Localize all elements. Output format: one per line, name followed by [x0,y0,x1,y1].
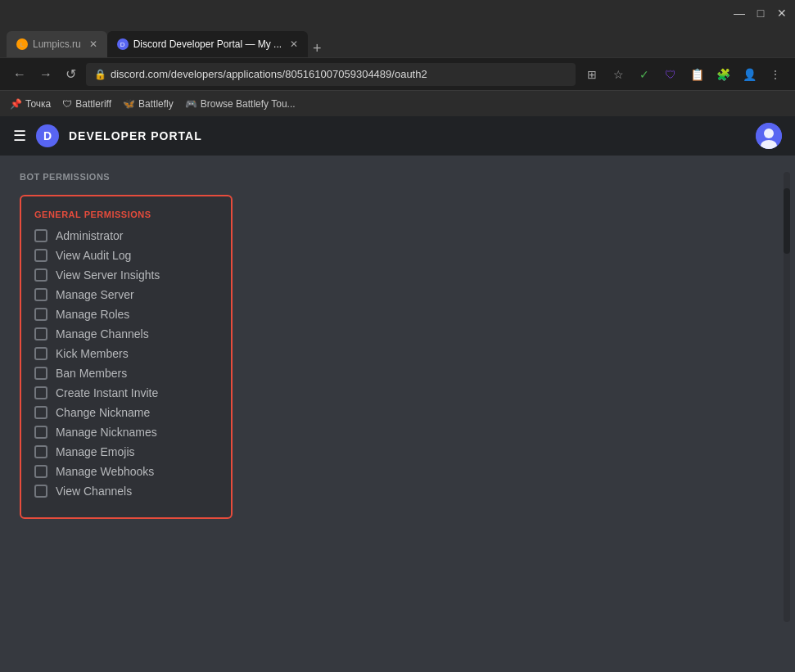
permission-label-3: Manage Server [56,288,134,301]
bookmark-battleriff[interactable]: 🛡 Battleriff [62,98,111,110]
bookmark-tochka-label: Точка [25,98,51,110]
lumpics-favicon: L [16,38,28,50]
scrollbar-thumb [784,188,790,254]
bookmark-battlefly-icon: 🦋 [123,98,135,110]
permission-label-9: Change Nickname [56,406,150,419]
bookmark-battlefly-label: Battlefly [138,98,174,110]
profile-icon[interactable]: 👤 [739,65,759,84]
bookmarks-bar: 📌 Точка 🛡 Battleriff 🦋 Battlefly 🎮 Brows… [0,90,795,116]
discord-portal-title: DEVELOPER PORTAL [69,129,202,142]
permission-label-5: Manage Channels [56,327,149,341]
bookmark-battleriff-label: Battleriff [75,98,111,110]
permissions-list: AdministratorView Audit LogView Server I… [34,229,218,498]
title-bar: — □ ✕ [0,0,795,26]
translate-icon[interactable]: ⊞ [582,65,602,84]
permission-label-12: Manage Webhooks [56,465,154,478]
back-button[interactable]: ← [10,64,29,85]
discord-favicon: D [117,38,129,50]
permission-checkbox-2[interactable] [34,268,47,282]
permission-item: Manage Webhooks [34,465,218,478]
permission-item: Manage Channels [34,327,218,341]
permission-label-0: Administrator [56,229,123,242]
permission-checkbox-12[interactable] [34,465,47,478]
permission-checkbox-1[interactable] [34,249,47,262]
permission-item: View Channels [34,485,218,498]
discord-logo: D [36,124,59,147]
permission-label-6: Kick Members [56,347,129,360]
add-tab-button[interactable]: + [313,40,322,57]
user-avatar[interactable] [756,123,782,149]
more-icon[interactable]: ⋮ [766,65,785,84]
bookmark-tochka-icon: 📌 [10,98,22,110]
tab-lumpics[interactable]: L Lumpics.ru ✕ [7,31,107,57]
permission-checkbox-5[interactable] [34,327,47,341]
discord-header: ☰ D DEVELOPER PORTAL [0,116,795,156]
permission-checkbox-0[interactable] [34,229,47,242]
permission-checkbox-9[interactable] [34,406,47,419]
permission-item: Kick Members [34,347,218,360]
hamburger-icon[interactable]: ☰ [13,127,26,145]
bookmark-browse-battlefy[interactable]: 🎮 Browse Battlefy Tou... [185,98,296,110]
bookmark-star-icon[interactable]: ☆ [608,65,628,84]
tab-lumpics-close[interactable]: ✕ [89,38,97,50]
permission-label-1: View Audit Log [56,249,131,262]
permission-label-7: Ban Members [56,367,127,380]
permission-label-2: View Server Insights [56,268,160,282]
tab-discord-label: Discord Developer Portal — My ... [133,38,282,50]
permission-item: Ban Members [34,367,218,380]
permission-checkbox-3[interactable] [34,288,47,301]
permission-label-10: Manage Nicknames [56,426,157,439]
browser-chrome: — □ ✕ L Lumpics.ru ✕ D Discord Developer… [0,0,795,116]
address-bar[interactable]: 🔒 discord.com/developers/applications/80… [86,63,576,86]
permission-label-11: Manage Emojis [56,445,135,458]
discord-app: ☰ D DEVELOPER PORTAL BOT PERMISSIONS GEN… [0,116,795,672]
nav-icons: ⊞ ☆ ✓ 🛡 📋 🧩 👤 ⋮ [582,65,785,84]
clipboard-icon[interactable]: 📋 [687,65,707,84]
extensions-icon[interactable]: 🧩 [713,65,733,84]
permission-item: Change Nickname [34,406,218,419]
permission-checkbox-13[interactable] [34,485,47,498]
permissions-panel: GENERAL PERMISSIONS AdministratorView Au… [20,195,233,519]
bot-permissions-header: BOT PERMISSIONS [20,172,775,182]
tab-discord-close[interactable]: ✕ [290,38,298,50]
permission-checkbox-6[interactable] [34,347,47,360]
url-text: discord.com/developers/applications/8051… [111,68,427,80]
maximize-button[interactable]: □ [756,8,766,18]
discord-content: BOT PERMISSIONS GENERAL PERMISSIONS Admi… [0,156,795,672]
bookmark-battleriff-icon: 🛡 [62,98,72,110]
tab-lumpics-label: Lumpics.ru [33,38,81,50]
permission-label-13: View Channels [56,485,132,498]
permission-checkbox-11[interactable] [34,445,47,458]
refresh-button[interactable]: ↺ [62,63,79,85]
main-area: BOT PERMISSIONS GENERAL PERMISSIONS Admi… [0,156,795,672]
permission-item: Administrator [34,229,218,242]
secure-icon: 🔒 [94,69,106,80]
permission-checkbox-7[interactable] [34,367,47,380]
close-button[interactable]: ✕ [777,8,787,18]
general-permissions-title: GENERAL PERMISSIONS [34,210,218,219]
extension-check-icon[interactable]: ✓ [635,65,654,84]
vpn-icon[interactable]: 🛡 [661,65,680,84]
tab-bar: L Lumpics.ru ✕ D Discord Developer Porta… [0,26,795,57]
permission-item: View Server Insights [34,268,218,282]
nav-bar: ← → ↺ 🔒 discord.com/developers/applicati… [0,57,795,90]
bookmark-browse-label: Browse Battlefy Tou... [201,98,296,110]
bookmark-browse-icon: 🎮 [185,98,197,110]
permission-item: Manage Emojis [34,445,218,458]
permission-item: Manage Roles [34,308,218,321]
permission-checkbox-10[interactable] [34,426,47,439]
forward-button[interactable]: → [36,64,56,85]
permission-item: Manage Nicknames [34,426,218,439]
permission-checkbox-4[interactable] [34,308,47,321]
tab-discord[interactable]: D Discord Developer Portal — My ... ✕ [107,31,308,57]
bookmark-battlefly[interactable]: 🦋 Battlefly [123,98,174,110]
permission-label-4: Manage Roles [56,308,129,321]
minimize-button[interactable]: — [734,8,744,18]
permission-item: Create Instant Invite [34,386,218,399]
permission-checkbox-8[interactable] [34,386,47,399]
permission-item: Manage Server [34,288,218,301]
permission-item: View Audit Log [34,249,218,262]
bookmark-tochka[interactable]: 📌 Точка [10,98,51,110]
scrollbar-track[interactable] [784,172,790,622]
svg-point-1 [764,129,774,138]
